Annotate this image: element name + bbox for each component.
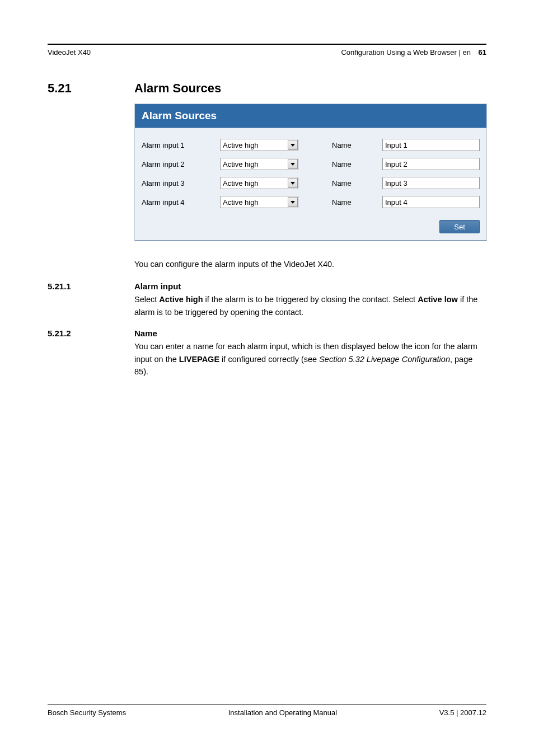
page: VideoJet X40 Configuration Using a Web B…	[0, 0, 534, 756]
intro-paragraph: You can configure the alarm inputs of th…	[134, 258, 486, 270]
header-right: Configuration Using a Web Browser | en 6…	[341, 48, 486, 57]
alarm-input-1-name-field[interactable]: Input 1	[382, 139, 480, 151]
subsection-1-title: Alarm input	[134, 281, 181, 291]
alarm-sources-panel: Alarm Sources Alarm input 1 Active high …	[134, 104, 487, 241]
alarm-input-3-select-value: Active high	[223, 179, 259, 187]
alarm-input-2-label: Alarm input 2	[142, 160, 220, 168]
header-left: VideoJet X40	[48, 48, 91, 57]
set-row: Set	[142, 212, 480, 233]
panel-body: Alarm input 1 Active high Name Input 1 A…	[135, 128, 486, 240]
subsection-2-title: Name	[134, 328, 157, 338]
alarm-input-3-select[interactable]: Active high	[220, 177, 298, 189]
alarm-input-2-name-field[interactable]: Input 2	[382, 158, 480, 170]
alarm-input-3-name-field[interactable]: Input 3	[382, 177, 480, 189]
alarm-input-1-select[interactable]: Active high	[220, 139, 298, 151]
alarm-input-2-name-label: Name	[332, 160, 382, 168]
alarm-input-row-4: Alarm input 4 Active high Name Input 4	[142, 193, 480, 211]
footer-left: Bosch Security Systems	[48, 708, 126, 717]
alarm-input-3-name-label: Name	[332, 179, 382, 187]
alarm-input-4-name-field[interactable]: Input 4	[382, 196, 480, 208]
alarm-input-row-3: Alarm input 3 Active high Name Input 3	[142, 174, 480, 192]
content-column: Alarm Sources Alarm input 1 Active high …	[134, 104, 486, 270]
alarm-input-4-name-label: Name	[332, 198, 382, 206]
alarm-input-2-select[interactable]: Active high	[220, 158, 298, 170]
alarm-input-row-1: Alarm input 1 Active high Name Input 1	[142, 136, 480, 154]
running-footer: Bosch Security Systems Installation and …	[48, 705, 486, 717]
alarm-input-3-label: Alarm input 3	[142, 179, 220, 187]
footer-rule	[48, 705, 486, 705]
footer-right: V3.5 | 2007.12	[439, 708, 486, 717]
subsection-2-heading: 5.21.2 Name	[48, 328, 486, 340]
header-right-text: Configuration Using a Web Browser | en	[341, 48, 470, 57]
chevron-down-icon	[288, 140, 298, 150]
subsection-2-body: You can enter a name for each alarm inpu…	[134, 340, 486, 378]
chevron-down-icon	[288, 178, 298, 188]
section-heading: 5.21 Alarm Sources	[48, 81, 486, 96]
chevron-down-icon	[288, 159, 298, 169]
page-number: 61	[479, 48, 486, 57]
subsection-1-number: 5.21.1	[48, 281, 134, 291]
subsection-2-number: 5.21.2	[48, 328, 134, 338]
running-header: VideoJet X40 Configuration Using a Web B…	[48, 48, 486, 57]
header-rule	[48, 44, 486, 45]
set-button[interactable]: Set	[439, 220, 480, 233]
alarm-input-4-select[interactable]: Active high	[220, 196, 298, 208]
section-number: 5.21	[48, 81, 134, 96]
panel-title: Alarm Sources	[135, 104, 486, 128]
section-title: Alarm Sources	[134, 81, 221, 96]
alarm-input-2-select-value: Active high	[223, 160, 259, 168]
chevron-down-icon	[288, 197, 298, 207]
alarm-input-4-select-value: Active high	[223, 198, 259, 206]
footer-center: Installation and Operating Manual	[228, 708, 337, 717]
alarm-input-4-label: Alarm input 4	[142, 198, 220, 206]
subsection-1-body: Select Active high if the alarm is to be…	[134, 293, 486, 318]
alarm-input-1-select-value: Active high	[223, 141, 259, 149]
alarm-input-1-name-label: Name	[332, 141, 382, 149]
alarm-input-row-2: Alarm input 2 Active high Name Input 2	[142, 155, 480, 173]
alarm-input-1-label: Alarm input 1	[142, 141, 220, 149]
subsection-1-heading: 5.21.1 Alarm input	[48, 281, 486, 293]
